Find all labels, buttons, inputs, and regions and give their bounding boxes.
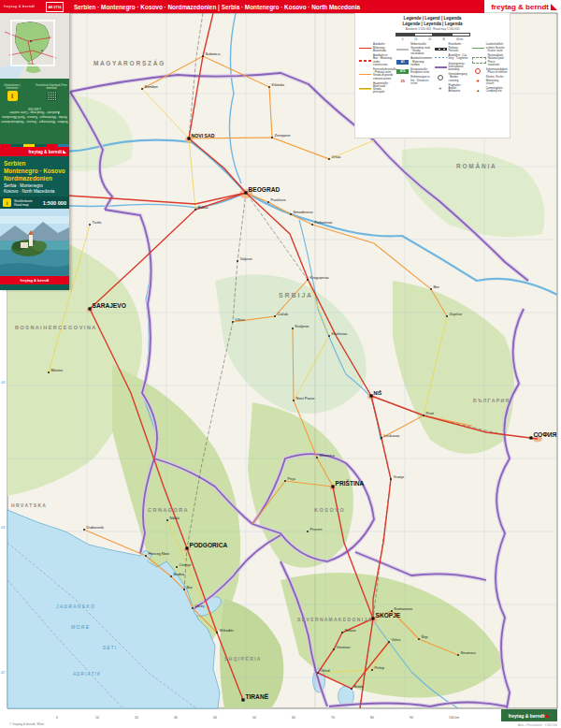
header-bar: freytag & berndt AK 0716 Serbien · Monte… — [0, 0, 484, 13]
city-marker — [311, 224, 313, 226]
city-label: Kumanovo — [395, 606, 413, 611]
cover-color-strip — [0, 144, 69, 147]
scale-tick: 70 — [331, 716, 335, 720]
city-marker — [232, 321, 234, 323]
legend-swatch-line-purple — [435, 65, 447, 69]
legend-swatch-box-blue: A1 — [396, 60, 409, 65]
legend-item: E75Europastraße · European route — [396, 68, 430, 74]
city-marker — [351, 688, 352, 690]
city-label: Leskovac — [384, 433, 400, 438]
legend-swatch-line-orange — [359, 72, 371, 77]
legend-swatch-line-yellow — [359, 86, 371, 91]
sea-label: D E T I — [103, 646, 117, 650]
legend-item: Nationalpark · National park · Parco naz… — [472, 54, 506, 66]
legend-label: Autobahn in Bau · Motorway under constru… — [373, 54, 393, 66]
coverage-index-map — [0, 13, 69, 79]
city-marker — [333, 648, 335, 650]
legend-swatch-line-green — [472, 46, 484, 51]
legend-panel: Legende | Legend | Legenda Légende | Ley… — [354, 12, 511, 138]
legend-swatch-line-ferry — [435, 55, 447, 60]
flap-rotated-text: Serbien · Montenegro · Kosovo · Nordmaze… — [0, 106, 69, 124]
bottom-brand-box: freytag & berndt — [501, 709, 557, 721]
brand-logo-text: freytag & berndt — [491, 3, 549, 11]
city-label: Kragujevac — [310, 275, 329, 280]
legend-label: Entfernungen in km · Distances in km — [410, 76, 430, 85]
city-marker — [187, 137, 190, 139]
city-marker — [194, 209, 196, 211]
legend-item: Hauptstraße · Main road · Strada princip… — [359, 82, 393, 95]
cover-photo — [0, 209, 69, 276]
flap-qr-caption: Kostenloser Download | Free download — [34, 84, 69, 90]
city-label: Zaječar — [450, 312, 463, 316]
country-label: M A G Y A R O R S Z Á G — [94, 59, 164, 66]
city-label: Herceg Novi — [149, 551, 170, 556]
city-label: Nikšić — [170, 516, 180, 520]
city-marker — [241, 698, 244, 701]
legend-item: Nebenstraße · Secondary road · Strada se… — [396, 43, 430, 55]
city-label: Zrenjanin — [275, 133, 292, 138]
city-marker — [292, 328, 294, 329]
legend-item: A1Autobahnnummer · Motorway number — [396, 57, 430, 66]
country-label: S E V E R N A M A K E D O N I J A — [297, 617, 371, 622]
legend-item: Autobahn · Motorway · Autostrada — [359, 43, 393, 52]
city-marker — [284, 480, 286, 482]
city-label: Bar — [187, 585, 194, 590]
legend-label: Flughafen · Airport · Aeroporto — [449, 84, 468, 94]
legend-item: Grenzübergang · Border crossing — [435, 73, 468, 82]
city-marker — [316, 457, 318, 459]
legend-swatch-line-red-dash — [359, 58, 371, 63]
city-label: Subotica — [206, 51, 222, 56]
city-marker — [371, 617, 374, 619]
qr-code-icon — [47, 91, 57, 101]
city-marker — [192, 607, 194, 609]
map-sheet: M A G Y A R O R S Z Á GR O M Â N I AB O … — [0, 0, 561, 728]
city-marker — [176, 566, 178, 568]
sea-label: J A D R A N S K O — [55, 604, 94, 609]
city-marker — [48, 371, 50, 373]
city-label: Cetinje — [180, 562, 192, 567]
bottom-brand-triangle-icon — [546, 714, 550, 718]
legend-label: Fernverkehrsstraße · Primary route · Str… — [373, 68, 396, 80]
legend-swatch-line-red — [359, 46, 371, 51]
country-label: H R V A T S K A — [11, 502, 46, 508]
city-marker — [216, 632, 218, 633]
legend-scale-bar — [359, 33, 506, 36]
legend-label: Europastraße · European route — [410, 68, 430, 74]
legend-label: Kloster, Kirche · Monastery, church — [486, 76, 506, 85]
brand-triangle-icon — [551, 4, 557, 10]
city-label: Pančevo — [271, 197, 287, 202]
city-marker — [331, 485, 334, 488]
legend-label: Autobahnnummer · Motorway number — [410, 57, 432, 66]
brand-logo: freytag & berndt — [491, 2, 557, 12]
country-label: B O S N A I H E R C E G O V I N A — [15, 325, 95, 330]
city-label: Kruševac — [332, 331, 348, 336]
cover-scale: 1:500 000 — [43, 200, 66, 206]
scale-tick: 100 km — [449, 716, 459, 720]
city-marker — [529, 436, 532, 439]
legend-heading-2: Légende | Leyenda | Legenda — [359, 22, 506, 27]
city-label: Ulcinj — [195, 604, 205, 608]
fold-crease — [314, 13, 316, 708]
city-label: Veles — [392, 637, 401, 642]
city-label: Požarevac — [315, 220, 333, 225]
legend-items: Autobahn · Motorway · AutostradaAutobahn… — [359, 43, 506, 94]
city-label: Užice — [236, 317, 246, 322]
legend-label: Hauptstraße · Main road · Strada princip… — [373, 82, 393, 95]
legend-swatch-circ-red — [472, 69, 484, 74]
map-code-badge: AK 0716 — [46, 2, 64, 12]
info-flap: Informationen | Information i Kostenlose… — [0, 79, 69, 144]
cover-title-local-2: Montenegro · Kosovo — [4, 167, 65, 175]
city-label: PRIŠTINA — [336, 479, 365, 487]
latitude-label: 42° — [1, 671, 7, 675]
map-title: Serbien · Montenegro · Kosovo · Nordmaze… — [74, 0, 360, 13]
spine-brand: freytag & berndt — [4, 4, 35, 8]
cover-info-row: i Straßenkarte Road map 1:500 000 — [0, 197, 69, 209]
city-label: Mitrovica — [320, 453, 336, 458]
city-marker — [88, 307, 91, 310]
cover-panel: freytag & berndt Serbien Montenegro · Ko… — [0, 144, 69, 290]
legend-swatch-circ-open — [435, 76, 447, 80]
flap-info-caption: Informationen | Information — [0, 84, 24, 90]
legend-swatch-sym-red: ✚ — [472, 79, 484, 83]
city-label: BEOGRAD — [249, 186, 280, 193]
city-marker — [183, 589, 185, 590]
